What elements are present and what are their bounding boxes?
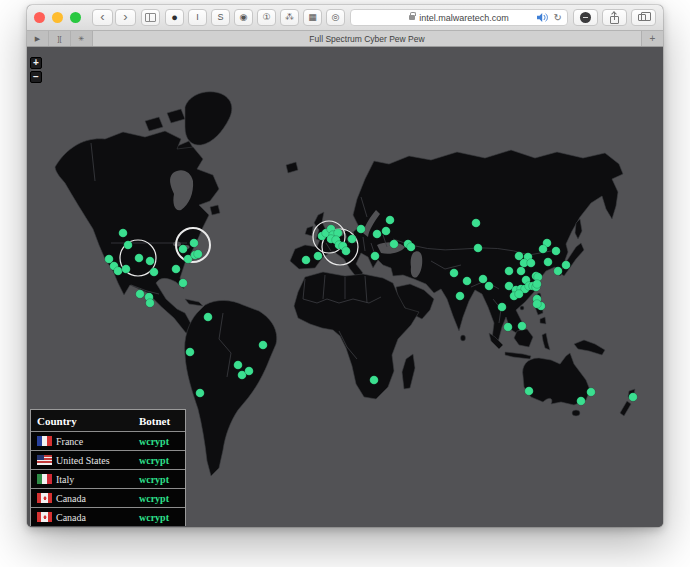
browser-toolbar: ‹ › ●IS◉①⁂▦◎ intel.malwaretech.com ↻ <box>27 5 663 31</box>
infection-dot <box>407 243 416 252</box>
botnet-name[interactable]: wcrypt <box>139 512 169 523</box>
paw-icon: ⁂ <box>285 13 294 22</box>
tab-bar: ▶][✳ Full Spectrum Cyber Pew Pew + <box>27 31 663 47</box>
shutter-icon-button[interactable]: ◉ <box>234 9 253 26</box>
adblock-icon-button[interactable]: ● <box>165 9 184 26</box>
infection-dot <box>505 267 514 276</box>
extension-buttons: ●IS◉①⁂▦◎ <box>165 9 345 26</box>
forward-button[interactable]: › <box>115 9 136 26</box>
infection-dot <box>390 240 399 249</box>
s-extension-icon-button[interactable]: S <box>211 9 230 26</box>
paw-icon-button[interactable]: ⁂ <box>280 9 299 26</box>
zoom-in-button[interactable]: + <box>30 57 42 69</box>
dark-circle-icon <box>580 12 591 23</box>
infection-dot <box>314 252 323 261</box>
infection-dot <box>474 244 483 253</box>
country-name: France <box>56 436 83 447</box>
new-tab-button[interactable]: + <box>641 31 663 46</box>
infection-dot <box>172 265 181 274</box>
infection-dot <box>539 245 548 254</box>
us-flag-icon <box>37 455 52 465</box>
table-header: Country Botnet <box>31 410 185 431</box>
active-tab[interactable]: Full Spectrum Cyber Pew Pew <box>93 31 641 46</box>
infection-dot <box>629 393 638 402</box>
infection-dot <box>370 376 379 385</box>
infection-dot <box>504 323 513 332</box>
info-circle-icon-button[interactable]: ① <box>257 9 276 26</box>
infection-dot <box>386 216 395 225</box>
botnet-name[interactable]: wcrypt <box>139 493 169 504</box>
minimize-window-button[interactable] <box>52 12 63 23</box>
share-icon <box>610 16 619 24</box>
infection-dot <box>342 247 351 256</box>
infection-dot <box>146 257 155 266</box>
reload-icon[interactable]: ↻ <box>554 12 562 23</box>
country-header: Country <box>31 415 137 427</box>
share-button[interactable] <box>602 9 627 26</box>
infection-dot <box>146 299 155 308</box>
botnet-name[interactable]: wcrypt <box>139 474 169 485</box>
show-tabs-button[interactable] <box>631 9 656 26</box>
infection-dot <box>150 268 159 277</box>
qr-grid-icon-button[interactable]: ▦ <box>303 9 322 26</box>
botnet-name[interactable]: wcrypt <box>139 436 169 447</box>
infection-dot <box>136 290 145 299</box>
back-button[interactable]: ‹ <box>92 9 113 26</box>
infection-dot <box>122 265 131 274</box>
botnet-name[interactable]: wcrypt <box>139 455 169 466</box>
pinned-tab-video[interactable]: ▶ <box>27 31 49 46</box>
audio-playing-icon[interactable] <box>537 13 549 22</box>
infection-dot <box>533 280 542 289</box>
infection-dot <box>544 258 553 267</box>
pinned-tab-gear[interactable]: ✳ <box>71 31 93 46</box>
country-name: United States <box>56 455 110 466</box>
infection-dot <box>552 247 561 256</box>
qr-grid-icon: ▦ <box>308 13 317 22</box>
infection-dot <box>186 348 195 357</box>
infection-dot <box>463 277 472 286</box>
infection-dot <box>518 322 527 331</box>
tabs-overview-icon <box>638 14 646 21</box>
infection-dot <box>498 303 507 312</box>
sidebar-button[interactable] <box>141 9 160 26</box>
infection-dot <box>234 361 243 370</box>
toolbar-right-buttons <box>573 9 656 26</box>
ca-flag-icon <box>37 493 52 503</box>
i-extension-icon-button[interactable]: I <box>188 9 207 26</box>
table-row: Canadawcrypt <box>31 488 185 507</box>
url-text: intel.malwaretech.com <box>419 13 509 23</box>
extension-circle-button[interactable] <box>573 9 598 26</box>
infection-dot <box>577 397 586 406</box>
infection-dot <box>259 341 268 350</box>
infection-dot <box>587 388 596 397</box>
infection-dot <box>124 241 133 250</box>
infection-dot <box>302 256 311 265</box>
infection-dot <box>348 235 357 244</box>
target-circle-icon-button[interactable]: ◎ <box>326 9 345 26</box>
infection-dot <box>373 230 382 239</box>
screen: ‹ › ●IS◉①⁂▦◎ intel.malwaretech.com ↻ <box>0 0 690 567</box>
ca-flag-icon <box>37 512 52 522</box>
infection-dot <box>527 259 536 268</box>
map-viewport[interactable]: + − Country Botnet FrancewcryptUnited St… <box>27 47 663 527</box>
infection-dot <box>554 267 563 276</box>
zoom-out-button[interactable]: − <box>30 71 42 83</box>
maximize-window-button[interactable] <box>70 12 81 23</box>
i-extension-icon: I <box>196 13 199 22</box>
pinned-tab-brackets[interactable]: ][ <box>49 31 71 46</box>
infection-dot <box>114 267 123 276</box>
infection-dot <box>472 219 481 228</box>
infection-dot <box>190 239 199 248</box>
back-icon: ‹ <box>100 10 104 23</box>
shutter-icon: ◉ <box>240 13 248 22</box>
infection-dot <box>371 252 380 261</box>
infection-dot <box>194 250 203 259</box>
infection-dot <box>450 269 459 278</box>
infection-dot <box>196 389 205 398</box>
infection-dot <box>456 292 465 301</box>
close-window-button[interactable] <box>34 12 45 23</box>
botnet-header: Botnet <box>137 415 185 427</box>
s-extension-icon: S <box>217 13 223 22</box>
table-row: Francewcrypt <box>31 431 185 450</box>
address-bar[interactable]: intel.malwaretech.com ↻ <box>350 9 568 26</box>
